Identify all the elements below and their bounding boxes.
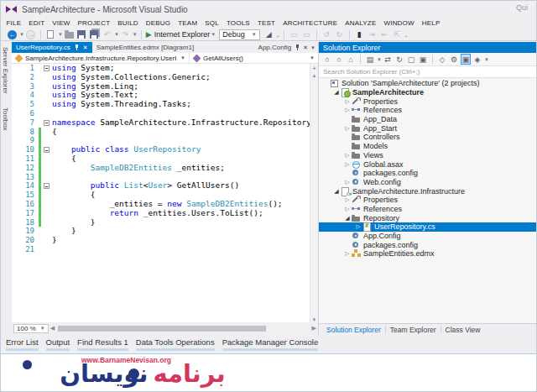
refresh-button[interactable]: ↻	[394, 54, 404, 65]
properties-button[interactable]: ⚙	[449, 54, 459, 65]
next-bookmark-button[interactable]: ⇥	[367, 29, 378, 40]
close-icon[interactable]: ✕	[83, 44, 88, 51]
bookmark-button[interactable]: ▮	[354, 29, 365, 40]
side-tab-server-explorer[interactable]: Server Explorer	[1, 42, 10, 99]
fold-collapse-icon[interactable]	[44, 147, 50, 153]
tab-list-dropdown-icon[interactable]: ▼	[310, 45, 315, 50]
scroll-up-icon[interactable]: ▲	[312, 73, 317, 78]
collapse-all-button[interactable]: ▤	[365, 54, 375, 65]
search-input[interactable]: Search Solution Explorer (Ctrl+;)	[319, 66, 537, 78]
panel-tab-solution-explorer[interactable]: Solution Explorer	[322, 326, 385, 334]
scroll-right-icon[interactable]: ▶	[312, 325, 316, 332]
tab-sampleentities-edmx[interactable]: SampleEntities.edmx [Diagram1]	[92, 42, 199, 53]
tree-item-references[interactable]: ▷References	[319, 106, 537, 115]
forward-button[interactable]: ○	[334, 54, 344, 65]
menu-debug[interactable]: DEBUG	[142, 19, 174, 27]
zoom-level-select[interactable]: 100 %▼	[13, 324, 49, 333]
menu-analyze[interactable]: ANALYZE	[341, 19, 380, 27]
toolbar-overflow-icon[interactable]: ⌄	[404, 32, 409, 38]
tree-item-controllers[interactable]: Controllers	[319, 133, 537, 142]
menu-view[interactable]: VIEW	[49, 19, 74, 27]
close-icon[interactable]: ✕	[303, 44, 308, 51]
fold-collapse-icon[interactable]	[44, 183, 50, 189]
menu-file[interactable]: FILE	[3, 19, 25, 27]
menu-build[interactable]: BUILD	[114, 19, 143, 27]
scroll-left-icon[interactable]: ◀	[50, 325, 55, 332]
tree-item-solution-samplearchitecture-2-projects-[interactable]: Solution 'SampleArchitecture' (2 project…	[319, 79, 537, 88]
tree-collapsed-arrow-icon[interactable]: ▷	[343, 196, 352, 203]
pin-icon[interactable]	[74, 44, 80, 51]
menu-tools[interactable]: TOOLS	[222, 19, 253, 27]
tree-item-packages-config[interactable]: packages.config	[319, 240, 537, 249]
tree-item-sampleentities-edmx[interactable]: ▷SampleEntities.edmx	[319, 249, 537, 259]
bottom-tab-data-tools-operations[interactable]: Data Tools Operations	[136, 337, 215, 351]
tree-expanded-arrow-icon[interactable]: ◢	[343, 215, 352, 222]
new-file-button[interactable]	[45, 29, 56, 40]
tree-item-userrepository-cs[interactable]: ▷UserRepository.cs	[319, 222, 537, 232]
solution-explorer-title[interactable]: Solution Explorer	[319, 42, 537, 53]
tree-collapsed-arrow-icon[interactable]: ▷	[343, 161, 352, 168]
tree-collapsed-arrow-icon[interactable]: ▷	[343, 206, 352, 212]
tree-collapsed-arrow-icon[interactable]: ▷	[343, 107, 352, 113]
horizontal-scrollbar[interactable]: ◀ ▶	[50, 324, 316, 333]
tree-item-app-start[interactable]: ▷App_Start	[319, 123, 537, 133]
tree-item-app-data[interactable]: App_Data	[319, 115, 537, 124]
new-file-dropdown-icon[interactable]: ▼	[58, 32, 63, 37]
tree-expanded-arrow-icon[interactable]: ◢	[332, 89, 341, 96]
view-class-diagram-button[interactable]: ◈	[472, 54, 482, 65]
tree-item-properties[interactable]: ▷Properties	[319, 196, 537, 205]
tree-item-models[interactable]: Models	[319, 142, 537, 151]
view-code-button[interactable]: ◇	[437, 54, 447, 65]
redo-dropdown-icon[interactable]: ▼	[133, 32, 138, 37]
indent-increase-button[interactable]: ↻	[334, 29, 345, 40]
vertical-scrollbar[interactable]: + ▲ ▼	[310, 64, 318, 322]
type-dropdown[interactable]: SampleArchitecture.Infrastructure.Reposi…	[12, 53, 190, 63]
undo-button[interactable]: ↶	[102, 29, 112, 40]
bottom-tab-output[interactable]: Output	[46, 337, 70, 351]
menu-window[interactable]: WINDOW	[380, 19, 418, 27]
tree-collapsed-arrow-icon[interactable]: ▷	[343, 250, 352, 257]
tree-expanded-arrow-icon[interactable]: ◢	[332, 188, 341, 195]
tree-collapsed-arrow-icon[interactable]: ▷	[354, 223, 362, 230]
navigate-back-button[interactable]: ←	[7, 29, 18, 40]
quick-launch-box[interactable]: Qui	[516, 3, 536, 12]
bottom-tab-package-manager-console[interactable]: Package Manager Console	[222, 337, 319, 351]
redo-button[interactable]: ↷	[120, 29, 131, 40]
tree-collapsed-arrow-icon[interactable]: ▷	[343, 98, 352, 105]
navigate-forward-button[interactable]: →	[25, 29, 36, 40]
tree-item-web-config[interactable]: ▷Web.config	[319, 178, 537, 187]
clear-bookmarks-button[interactable]: ⇱	[392, 29, 403, 40]
pin-icon[interactable]	[295, 44, 300, 51]
fold-collapse-icon[interactable]	[44, 120, 50, 126]
scrollbar-thumb[interactable]	[58, 326, 266, 332]
save-all-button[interactable]	[89, 29, 100, 40]
uncomment-button[interactable]: ▭	[301, 29, 312, 40]
sync-with-active-document-button[interactable]: ⇄	[383, 54, 393, 65]
find-in-files-button[interactable]: ◢	[263, 29, 274, 40]
menu-architecture[interactable]: ARCHITECTURE	[279, 19, 341, 27]
solution-configuration-select[interactable]: Debug▼	[219, 29, 259, 40]
tree-item-global-asax[interactable]: ▷Global.asax	[319, 159, 537, 169]
comment-button[interactable]: ▭	[289, 29, 300, 40]
toolbar-overflow-icon[interactable]: ⌄	[276, 32, 280, 38]
open-files-filter-button[interactable]: ▣	[418, 54, 428, 65]
fold-collapse-icon[interactable]	[44, 65, 50, 71]
back-button[interactable]: ○	[322, 54, 332, 65]
tab-appconfig[interactable]: App.Config ✕ ▼	[258, 42, 318, 53]
home-icon[interactable]: ⌂	[346, 54, 356, 65]
panel-tab-team-explorer[interactable]: Team Explorer	[386, 326, 441, 334]
tree-collapsed-arrow-icon[interactable]: ▷	[343, 125, 352, 132]
toolbar-overflow-icon[interactable]: ▼	[484, 57, 489, 62]
menu-help[interactable]: HELP	[418, 19, 444, 27]
bottom-tab-error-list[interactable]: Error List	[6, 337, 39, 351]
panel-tab-class-view[interactable]: Class View	[441, 326, 485, 334]
indent-decrease-button[interactable]: ↺	[321, 29, 332, 40]
menu-sql[interactable]: SQL	[201, 19, 223, 27]
tree-item-properties[interactable]: ▷Properties	[319, 97, 537, 106]
menu-team[interactable]: TEAM	[175, 19, 201, 27]
undo-dropdown-icon[interactable]: ▼	[114, 32, 119, 37]
tree-item-views[interactable]: ▷Views	[319, 151, 537, 160]
tree-item-samplearchitecture[interactable]: ◢SampleArchitecture	[319, 88, 537, 97]
tree-item-repository[interactable]: ◢Repository	[319, 213, 537, 222]
menu-edit[interactable]: EDIT	[25, 19, 49, 27]
